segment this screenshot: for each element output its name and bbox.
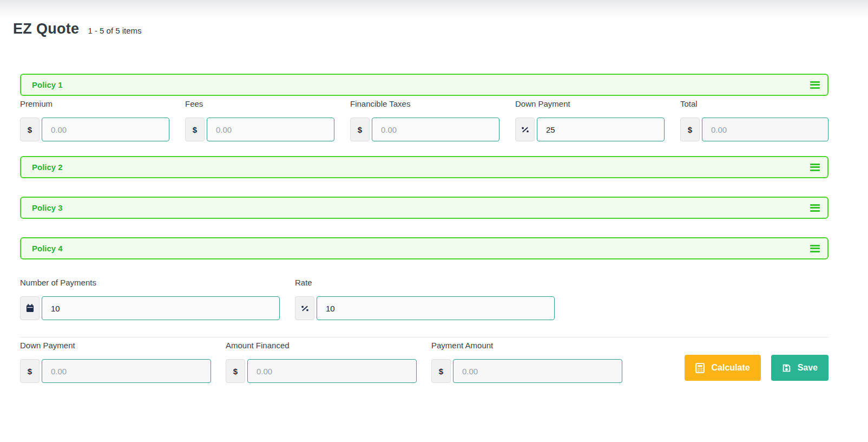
- calculate-button-label: Calculate: [711, 363, 749, 373]
- payment-amount-input[interactable]: [453, 359, 622, 383]
- percent-icon: [301, 304, 309, 313]
- policy-4-header[interactable]: Policy 4: [20, 237, 828, 259]
- save-button-label: Save: [798, 363, 818, 373]
- amount-financed-input[interactable]: [247, 359, 417, 383]
- policy-1-header[interactable]: Policy 1: [20, 74, 828, 96]
- calendar-icon: [26, 304, 34, 313]
- dollar-icon: $: [358, 125, 362, 134]
- calculate-button[interactable]: Calculate: [685, 355, 760, 381]
- dollar-icon: $: [688, 125, 692, 134]
- calendar-prefix: [20, 296, 40, 320]
- amount-financed-label: Amount Financed: [226, 341, 417, 350]
- dollar-icon: $: [233, 367, 238, 376]
- percent-icon: [521, 126, 529, 134]
- payment-amount-label: Payment Amount: [431, 341, 622, 350]
- policy-2-label: Policy 2: [32, 162, 63, 172]
- dollar-prefix: $: [431, 359, 451, 383]
- dollar-prefix: $: [20, 359, 40, 383]
- hamburger-icon[interactable]: [810, 81, 820, 89]
- dollar-icon: $: [28, 367, 32, 376]
- dollar-prefix: $: [350, 118, 370, 141]
- policy-3-label: Policy 3: [32, 203, 63, 212]
- financible-taxes-label: Financible Taxes: [350, 99, 499, 109]
- total-label: Total: [680, 99, 828, 109]
- financible-taxes-input[interactable]: [372, 118, 499, 141]
- dollar-prefix: $: [20, 118, 40, 141]
- rate-label: Rate: [295, 278, 555, 288]
- financible-taxes-field-group: Financible Taxes $: [350, 99, 499, 141]
- policy-1-label: Policy 1: [32, 80, 63, 89]
- premium-input[interactable]: [42, 118, 169, 141]
- down-payment-label: Down Payment: [20, 341, 211, 350]
- action-buttons: Calculate Save: [685, 355, 828, 381]
- down-payment-field-group: Down Payment $: [20, 341, 211, 383]
- payment-amount-field-group: Payment Amount $: [431, 341, 622, 383]
- fees-input[interactable]: [207, 118, 334, 141]
- number-of-payments-field-group: Number of Payments: [20, 278, 280, 320]
- floppy-icon: [782, 363, 791, 373]
- total-input[interactable]: [702, 118, 828, 141]
- dollar-icon: $: [193, 125, 197, 134]
- hamburger-icon[interactable]: [810, 204, 820, 212]
- dollar-prefix: $: [226, 359, 245, 383]
- dollar-icon: $: [28, 125, 32, 134]
- section-divider: [20, 337, 828, 337]
- policy-3-header[interactable]: Policy 3: [20, 197, 828, 219]
- premium-label: Premium: [20, 99, 169, 109]
- save-button[interactable]: Save: [771, 355, 828, 381]
- policy-down-payment-label: Down Payment: [515, 99, 665, 109]
- main-content: Policy 1 Premium $ Fees $ Financible Tax…: [20, 0, 828, 442]
- dollar-icon: $: [439, 367, 443, 376]
- policy-down-payment-field-group: Down Payment: [515, 99, 665, 141]
- policy-4-label: Policy 4: [32, 244, 63, 253]
- dollar-prefix: $: [680, 118, 700, 141]
- number-of-payments-label: Number of Payments: [20, 278, 280, 288]
- policy-2-header[interactable]: Policy 2: [20, 156, 828, 178]
- percent-prefix: [295, 296, 314, 320]
- hamburger-icon[interactable]: [810, 163, 820, 172]
- policy-down-payment-input[interactable]: [537, 118, 665, 141]
- fees-label: Fees: [185, 99, 334, 109]
- rate-input[interactable]: [317, 296, 555, 320]
- amount-financed-field-group: Amount Financed $: [226, 341, 417, 383]
- total-field-group: Total $: [680, 99, 828, 141]
- number-of-payments-input[interactable]: [42, 296, 280, 320]
- fees-field-group: Fees $: [185, 99, 334, 141]
- rate-field-group: Rate: [295, 278, 555, 320]
- hamburger-icon[interactable]: [810, 244, 820, 253]
- percent-prefix: [515, 118, 535, 141]
- premium-field-group: Premium $: [20, 99, 169, 141]
- down-payment-input[interactable]: [42, 359, 211, 383]
- calculator-icon: [695, 363, 705, 373]
- dollar-prefix: $: [185, 118, 205, 141]
